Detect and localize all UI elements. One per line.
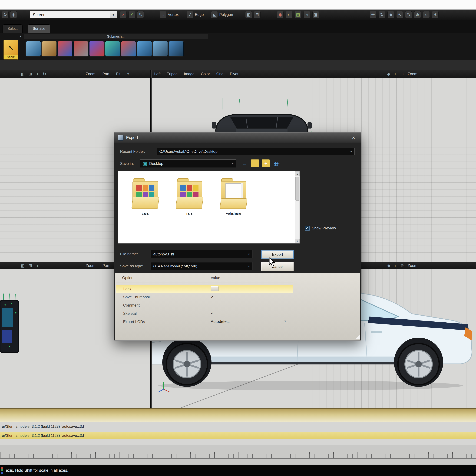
- show-preview-checkbox[interactable]: ✓: [305, 226, 309, 231]
- menu-more-icon[interactable]: ▾: [127, 72, 129, 76]
- collapse-arrow-icon[interactable]: ▲: [19, 34, 22, 38]
- submesh-tool-icon-2[interactable]: [42, 41, 57, 56]
- camera-icon[interactable]: ▣: [312, 11, 319, 18]
- timeline-ruler[interactable]: [0, 445, 476, 465]
- file-list-scrollbar[interactable]: ▲ ▼: [295, 171, 300, 243]
- menu-zoom-right-2[interactable]: Zoom: [408, 263, 417, 268]
- rotate-tool-icon[interactable]: ↻: [379, 11, 385, 18]
- dialog-title-bar[interactable]: Export ×: [114, 133, 361, 143]
- viewport-maximize-icon-2[interactable]: ◆: [387, 263, 390, 268]
- menu-zoom-2[interactable]: Zoom: [86, 263, 95, 268]
- ribbon-group-header[interactable]: Submesh...: [24, 34, 208, 39]
- scroll-up-icon[interactable]: ▲: [295, 171, 300, 176]
- check-icon[interactable]: ✓: [211, 294, 214, 299]
- chevron-down-icon[interactable]: ▾: [349, 150, 352, 153]
- pen-icon[interactable]: ✎: [137, 11, 144, 18]
- viewport-shade-icon-2[interactable]: ◧: [21, 263, 25, 268]
- menu-zoom[interactable]: Zoom: [86, 72, 95, 76]
- menu-tripod[interactable]: Tripod: [167, 72, 178, 76]
- submesh-tool-icon-9[interactable]: [153, 41, 168, 56]
- lock-value-box[interactable]: [211, 286, 219, 291]
- view-menu-icon[interactable]: ▦▾: [272, 159, 281, 167]
- polygon-mode-icon[interactable]: ◣: [211, 11, 218, 18]
- render-mode-icon[interactable]: ◉: [277, 11, 284, 18]
- vertex-mode-icon[interactable]: ∴: [160, 11, 166, 18]
- move-tool-icon[interactable]: ✢: [370, 11, 376, 18]
- submesh-tool-icon-6[interactable]: [105, 41, 120, 56]
- cancel-button[interactable]: Cancel: [261, 262, 294, 271]
- scale-tool-icon[interactable]: ◆: [388, 11, 394, 18]
- scroll-down-icon[interactable]: ▼: [295, 239, 300, 243]
- submesh-tool-icon-1[interactable]: [26, 41, 41, 56]
- select-tool-icon[interactable]: ↖: [396, 11, 403, 18]
- viewport-maximize-icon[interactable]: ◆: [387, 71, 390, 76]
- show-preview-option[interactable]: ✓ Show Preview: [305, 226, 336, 231]
- chevron-down-icon[interactable]: ▾: [247, 264, 250, 268]
- weld-icon[interactable]: Y: [129, 11, 135, 18]
- car-model-fragment[interactable]: [0, 293, 24, 362]
- save-as-type-combo[interactable]: GTA Rage model (*.yft,*.ydr) ▾: [151, 262, 253, 270]
- viewport-shade-icon[interactable]: ◧: [21, 71, 25, 76]
- submesh-tool-icon-4[interactable]: [73, 41, 88, 56]
- viewport-axes2-icon-2[interactable]: +: [394, 263, 396, 268]
- chevron-down-icon[interactable]: ▾: [230, 162, 234, 166]
- chevron-down-icon[interactable]: ▼: [110, 11, 117, 18]
- vertex-mode-label[interactable]: Vertex: [168, 12, 179, 17]
- recent-folder-combo[interactable]: C:\Users\vekab\OneDrive\Desktop ▾: [157, 148, 355, 155]
- menu-color[interactable]: Color: [201, 72, 210, 76]
- file-name-input[interactable]: autonov3_hi ▾: [151, 250, 253, 258]
- option-row-save-thumbnail[interactable]: Save Thumbnail ✓: [116, 293, 293, 301]
- snap-icon[interactable]: ◉: [10, 11, 17, 18]
- tab-select[interactable]: Select: [2, 24, 22, 33]
- viewport-grid-icon[interactable]: ⊞: [29, 71, 32, 76]
- folder-item-vehshare[interactable]: vehshare: [218, 178, 249, 216]
- history-icon[interactable]: ◌: [423, 11, 430, 18]
- viewport-target-icon[interactable]: ⊕: [400, 71, 404, 76]
- settings-gear-icon[interactable]: ✱: [432, 11, 439, 18]
- measure-tool-icon[interactable]: ⊕: [414, 11, 421, 18]
- back-arrow-icon[interactable]: ←: [240, 159, 248, 167]
- texture-icon[interactable]: ▦: [295, 11, 301, 18]
- option-row-skeletal[interactable]: Skeletal ✓: [116, 309, 293, 318]
- folder-item-cars[interactable]: cars: [130, 178, 161, 216]
- edge-mode-icon[interactable]: ╱: [187, 11, 193, 18]
- submesh-tool-icon-8[interactable]: [137, 41, 152, 56]
- resize-grip[interactable]: [355, 335, 360, 340]
- option-row-lock[interactable]: Lock: [116, 285, 293, 293]
- menu-image[interactable]: Image: [184, 72, 195, 76]
- menu-pivot[interactable]: Pivot: [230, 72, 238, 76]
- export-button[interactable]: Export: [261, 250, 294, 259]
- menu-view-name[interactable]: Left: [154, 72, 161, 76]
- array-icon[interactable]: ⊞: [254, 11, 260, 18]
- chevron-down-icon[interactable]: ▾: [247, 252, 250, 256]
- viewport-axes-icon-2[interactable]: +: [36, 263, 38, 268]
- menu-pan[interactable]: Pan: [102, 72, 109, 76]
- new-folder-icon[interactable]: +: [262, 159, 270, 167]
- viewport-rotate-icon[interactable]: ↻: [43, 71, 46, 76]
- up-one-level-icon[interactable]: ↑: [251, 159, 259, 167]
- viewport-target-icon-2[interactable]: ⊕: [400, 263, 404, 268]
- scrollbar-thumb[interactable]: [295, 177, 299, 201]
- menu-pan-2[interactable]: Pan: [102, 263, 109, 268]
- chevron-down-icon[interactable]: ▾: [284, 319, 286, 323]
- submesh-tool-icon-3[interactable]: [57, 41, 73, 56]
- active-tool-button[interactable]: ↖ Scale: [3, 40, 18, 60]
- close-icon[interactable]: ×: [350, 135, 357, 141]
- viewport-axes-icon[interactable]: +: [36, 71, 38, 76]
- option-row-comment[interactable]: Comment: [116, 301, 293, 309]
- menu-grid[interactable]: Grid: [216, 72, 223, 76]
- paint-tool-icon[interactable]: ✎: [405, 11, 412, 18]
- coordinate-space-dropdown[interactable]: Screen ▼: [30, 11, 117, 18]
- submesh-tool-icon-5[interactable]: [89, 41, 104, 56]
- material-icon[interactable]: ◐: [286, 11, 292, 18]
- delete-icon[interactable]: ×: [120, 11, 127, 18]
- polygon-mode-label[interactable]: Polygon: [219, 12, 233, 17]
- undo-icon[interactable]: ↻: [2, 11, 9, 18]
- menu-zoom-right[interactable]: Zoom: [408, 72, 417, 76]
- submesh-tool-icon-7[interactable]: [121, 41, 136, 56]
- viewport-grid-icon-2[interactable]: ⊞: [29, 263, 32, 268]
- option-row-export-lods[interactable]: Export LODs Autodetect ▾: [116, 318, 293, 326]
- tab-surface[interactable]: Surface: [28, 24, 50, 33]
- viewport-axes2-icon[interactable]: +: [394, 71, 396, 76]
- submesh-tool-icon-10[interactable]: [169, 41, 184, 56]
